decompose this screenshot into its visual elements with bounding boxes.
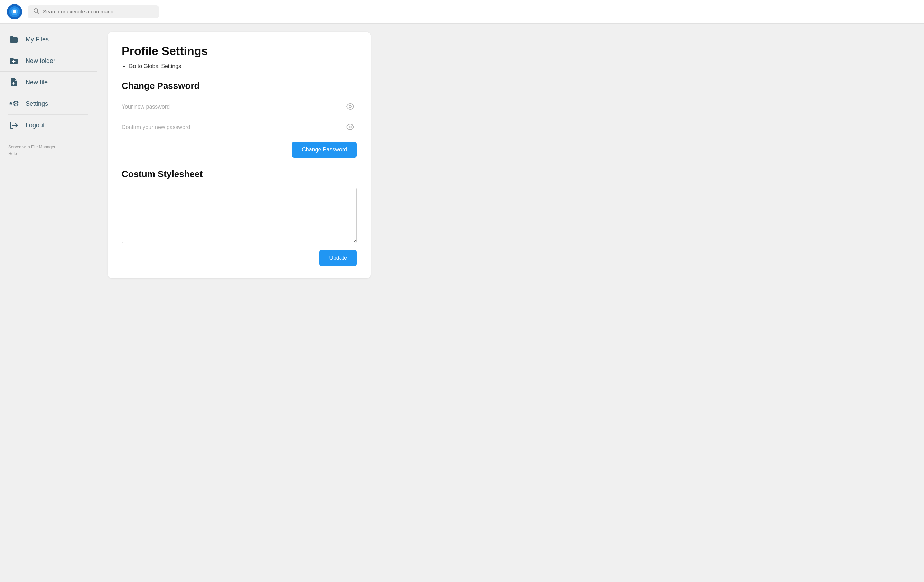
- sidebar-item-label: My Files: [26, 36, 49, 43]
- sidebar-item-label: New file: [26, 79, 48, 86]
- go-to-global-settings-link[interactable]: Go to Global Settings: [129, 63, 181, 69]
- content-area: Profile Settings Go to Global Settings C…: [97, 23, 924, 582]
- sidebar-item-label: Logout: [26, 122, 45, 129]
- sidebar-item-new-folder[interactable]: New folder: [0, 51, 97, 71]
- gear-icon: ⚙: [8, 98, 19, 109]
- sidebar-item-my-files[interactable]: My Files: [0, 29, 97, 50]
- sidebar-footer: Served with File Manager. Help: [0, 136, 97, 157]
- confirm-password-input[interactable]: [122, 120, 357, 135]
- change-password-button[interactable]: Change Password: [292, 142, 357, 158]
- sidebar-item-label: Settings: [26, 100, 48, 107]
- file-plus-icon: [8, 77, 19, 88]
- svg-point-16: [349, 106, 351, 107]
- svg-point-3: [13, 10, 16, 13]
- sidebar-item-logout[interactable]: Logout: [0, 115, 97, 136]
- password-visibility-icon[interactable]: [346, 103, 354, 112]
- search-icon: [33, 8, 40, 16]
- footer-help-link[interactable]: Help: [8, 151, 17, 156]
- sidebar-item-label: New folder: [26, 58, 55, 64]
- sidebar: My Files New folder: [0, 23, 97, 582]
- page-title: Profile Settings: [122, 44, 357, 58]
- app-logo[interactable]: [7, 4, 22, 19]
- sidebar-item-new-file[interactable]: New file: [0, 72, 97, 93]
- confirm-password-visibility-icon[interactable]: [346, 123, 354, 132]
- main-layout: My Files New folder: [0, 23, 924, 582]
- sidebar-item-settings[interactable]: ⚙ Settings: [0, 93, 97, 114]
- change-password-title: Change Password: [122, 81, 357, 91]
- topbar: [0, 0, 924, 23]
- stylesheet-textarea[interactable]: [122, 188, 357, 243]
- svg-line-5: [37, 12, 39, 13]
- confirm-password-group: [122, 120, 357, 135]
- search-bar[interactable]: [28, 5, 159, 18]
- search-input[interactable]: [43, 9, 153, 15]
- logout-icon: [8, 120, 19, 131]
- update-button[interactable]: Update: [319, 250, 357, 266]
- nav-list: Go to Global Settings: [122, 63, 357, 69]
- settings-card: Profile Settings Go to Global Settings C…: [108, 32, 371, 278]
- folder-plus-icon: [8, 55, 19, 66]
- custom-stylesheet-title: Costum Stylesheet: [122, 169, 357, 180]
- folder-icon: [8, 34, 19, 45]
- svg-point-17: [349, 126, 351, 128]
- footer-line1: Served with File Manager.: [8, 144, 89, 150]
- new-password-group: [122, 99, 357, 114]
- new-password-input[interactable]: [122, 99, 357, 114]
